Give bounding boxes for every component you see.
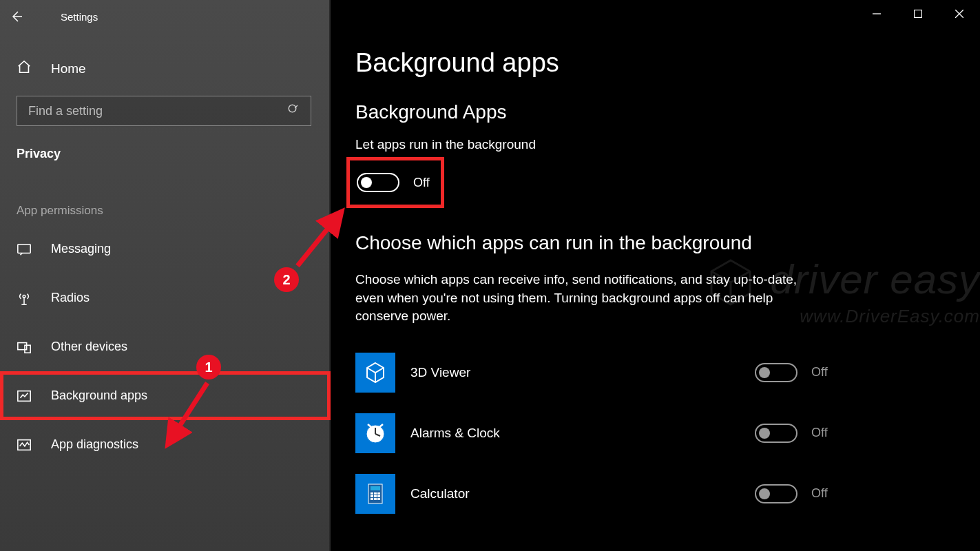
annotation-arrow-1 [162,377,217,453]
app-row-alarms-clock: Alarms & Clock Off [355,403,879,464]
section-heading: Background Apps [355,101,980,123]
sidebar-home-label: Home [51,61,86,76]
svg-rect-26 [377,498,380,500]
svg-rect-24 [371,498,373,500]
master-toggle-label: Let apps run in the background [355,137,980,152]
sidebar-item-messaging[interactable]: Messaging [0,225,331,273]
choose-description: Choose which apps can receive info, send… [355,271,810,326]
app-toggle-alarms-clock[interactable] [755,424,797,443]
close-button[interactable] [939,0,980,28]
master-toggle[interactable] [357,173,399,192]
app-toggle-state: Off [811,486,828,501]
choose-heading: Choose which apps can run in the backgro… [355,232,980,254]
annotation-arrow-2 [289,207,351,276]
sidebar-home[interactable]: Home [0,48,331,89]
app-name: Alarms & Clock [410,426,755,441]
app-toggle-3d-viewer[interactable] [755,363,797,382]
messaging-icon [17,242,33,257]
app-toggle-calculator[interactable] [755,484,797,503]
minimize-icon [873,10,881,18]
master-toggle-highlight: Off [350,160,441,205]
sidebar-item-label: App diagnostics [51,437,138,452]
svg-rect-23 [377,495,380,497]
master-toggle-state: Off [413,176,430,190]
diagnostics-icon [17,437,33,453]
page-title: Background apps [355,48,980,78]
app-row-3d-viewer: 3D Viewer Off [355,342,879,403]
svg-rect-22 [374,495,377,497]
svg-rect-21 [371,495,373,497]
window-title: Settings [61,11,98,23]
back-button[interactable] [0,0,33,33]
app-name: 3D Viewer [410,365,755,380]
app-icon-calculator [355,474,395,514]
app-name: Calculator [410,486,755,501]
maximize-icon [914,10,922,18]
svg-rect-19 [374,492,377,495]
annotation-badge-1: 1 [196,355,221,380]
sidebar-item-label: Radios [51,291,90,305]
svg-rect-18 [371,492,373,495]
home-icon [17,59,33,78]
app-icon-3d-viewer [355,353,395,393]
minimize-button[interactable] [856,0,897,28]
svg-point-4 [289,105,296,112]
app-toggle-state: Off [811,426,828,440]
sidebar-item-other-devices[interactable]: Other devices [0,322,331,371]
maximize-button[interactable] [897,0,939,28]
app-icon-alarms-clock [355,413,395,453]
svg-line-28 [170,383,207,441]
search-input[interactable] [28,104,287,118]
sidebar-section-label: App permissions [0,178,331,225]
svg-rect-17 [371,486,380,490]
svg-rect-25 [374,498,377,500]
search-input-container[interactable] [17,96,311,126]
app-row-calculator: Calculator Off [355,464,879,524]
sidebar-item-label: Messaging [51,242,111,256]
search-icon [287,103,300,118]
sidebar-category: Privacy [0,140,331,178]
sidebar-item-label: Other devices [51,340,127,354]
svg-rect-20 [377,492,380,495]
svg-rect-1 [915,10,922,18]
arrow-left-icon [10,10,23,23]
sidebar-item-label: Background apps [51,388,147,403]
background-apps-icon [17,388,33,404]
annotation-badge-2: 2 [274,267,299,292]
devices-icon [17,340,33,355]
titlebar: Settings [0,0,980,33]
svg-point-7 [23,295,25,298]
close-icon [955,10,963,18]
svg-line-30 [298,215,339,266]
app-toggle-state: Off [811,365,828,380]
svg-rect-6 [18,244,30,253]
radios-icon [17,291,33,306]
svg-rect-9 [25,345,30,353]
main-panel: Background apps Background Apps Let apps… [331,0,980,551]
svg-rect-8 [18,342,27,349]
